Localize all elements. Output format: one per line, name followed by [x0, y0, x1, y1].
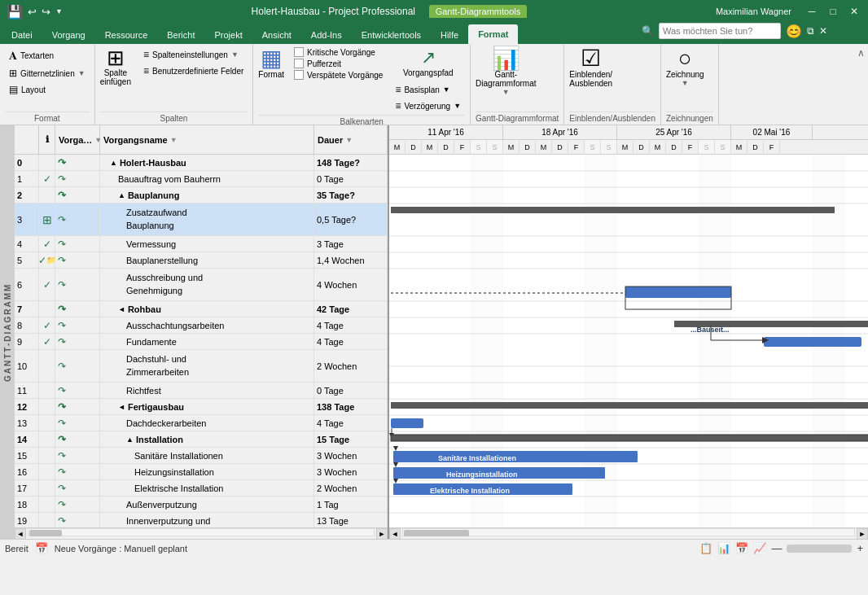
table-row[interactable]: 16 ↷ Heizungsinstallation 3 Wochen	[15, 464, 388, 480]
table-row[interactable]: 7 ↷ ◄Rohbau 42 Tage	[15, 301, 388, 317]
svg-text:Sanitäre Installationen: Sanitäre Installationen	[438, 454, 516, 462]
close2-icon[interactable]: ✕	[819, 25, 827, 37]
timeline-view-icon[interactable]: 📈	[753, 542, 766, 554]
undo-icon[interactable]: ↩	[28, 6, 37, 18]
close-button[interactable]: ✕	[847, 4, 861, 19]
cell-info	[39, 513, 55, 527]
day-cell: M	[731, 140, 747, 155]
svg-rect-34	[764, 337, 861, 347]
table-row[interactable]: 10 ↷ Dachstuhl- undZimmerarbeiten 2 Woch…	[15, 350, 388, 383]
einblenden-icon: ☑	[581, 47, 601, 70]
title-right: Maximilian Wagner ─ □ ✕	[716, 4, 861, 19]
vorgangspfad-btn[interactable]: ↗ Vorgangspfad	[391, 47, 465, 77]
table-row[interactable]: 18 ↷ Außenverputzung 1 Tag	[15, 497, 388, 513]
day-cell: D	[747, 140, 764, 155]
table-row[interactable]: 0 ↷ ▲Holert-Hausbau 148 Tage?	[15, 155, 388, 171]
tab-datei[interactable]: Datei	[2, 26, 42, 44]
table-row[interactable]: 5 ✓📁 ↷ Bauplanerstellung 1,4 Wochen	[15, 252, 388, 269]
pufferzeit-checkbox[interactable]	[294, 59, 304, 68]
cell-info: ⊞	[39, 203, 55, 236]
tab-entwicklertools[interactable]: Entwicklertools	[352, 26, 431, 44]
title-bar: 💾 ↩ ↪ ▼ Holert-Hausbau - Project Profess…	[0, 0, 868, 23]
benutzerdef-button[interactable]: ≡ Benutzerdefinierte Felder	[139, 63, 248, 78]
calendar-view-icon[interactable]: 📅	[735, 542, 748, 554]
gantt-view-icon[interactable]: 📋	[699, 542, 712, 554]
day-cell: F	[568, 140, 585, 155]
tab-projekt[interactable]: Projekt	[205, 26, 252, 44]
table-row[interactable]: 14 ↷ ▲Installation 15 Tage	[15, 431, 388, 448]
gantt-scroll-track[interactable]	[402, 528, 855, 536]
table-row[interactable]: 6 ✓ ↷ Ausschreibung undGenehmigung 4 Woc…	[15, 269, 388, 301]
balkenarten-content: ▦ Format Kritische Vorgänge Pufferzeit V…	[258, 47, 465, 113]
table-row[interactable]: 12 ↷ ◄Fertigausbau 138 Tage	[15, 399, 388, 415]
gitternetzlinien-button[interactable]: ⊞ Gitternetzlinien ▼	[5, 66, 90, 81]
pufferzeit-row[interactable]: Pufferzeit	[294, 59, 383, 68]
format-bar-icon: ▦	[261, 47, 282, 70]
cell-rownum: 18	[15, 497, 39, 512]
gantt-format-btn[interactable]: 📊 Gantt-Diagrammformat ▼	[476, 47, 536, 96]
scroll-left-arrow[interactable]: ◄	[15, 528, 26, 539]
einblenden-btn[interactable]: ☑ Einblenden/Ausblenden	[569, 47, 612, 88]
basisplan-button[interactable]: ≡ Basisplan ▼	[391, 82, 465, 97]
cell-vorgang: ↷	[55, 301, 100, 317]
textarten-button[interactable]: 𝐀 Textarten	[5, 47, 90, 64]
status-bar: Bereit 📅 Neue Vorgänge : Manuell geplant…	[0, 539, 868, 557]
search-input[interactable]	[659, 23, 781, 39]
cell-name: Sanitäre Installationen	[100, 448, 314, 463]
toolbar-dropdown[interactable]: ▼	[55, 7, 63, 15]
svg-rect-24	[391, 207, 835, 213]
table-row[interactable]: 2 ↷ ▲Bauplanung 35 Tage?	[15, 187, 388, 203]
verzoegerung-button[interactable]: ≡ Verzögerung ▼	[391, 98, 465, 113]
window-restore2-icon[interactable]: ⧉	[807, 25, 814, 37]
scroll-right-arrow[interactable]: ►	[376, 528, 388, 539]
resource-view-icon[interactable]: 📊	[717, 542, 730, 554]
tab-ansicht[interactable]: Ansicht	[252, 26, 301, 44]
tab-bericht[interactable]: Bericht	[157, 26, 204, 44]
zoom-out-icon[interactable]: —	[771, 542, 782, 554]
zeichnung-btn[interactable]: ○ Zeichnung ▼	[666, 47, 704, 87]
format-bar-btn[interactable]: ▦ Format	[258, 47, 284, 79]
redo-icon[interactable]: ↪	[42, 6, 50, 18]
cell-info	[39, 464, 55, 479]
restore-button[interactable]: □	[826, 4, 840, 19]
tab-hilfe[interactable]: Hilfe	[431, 26, 468, 44]
table-row[interactable]: 17 ↷ Elektrische Installation 2 Wochen	[15, 480, 388, 497]
table-row[interactable]: 9 ✓ ↷ Fundamente 4 Tage	[15, 334, 388, 350]
app-icon: 💾	[7, 4, 23, 20]
day-cell-weekend: S	[601, 140, 617, 155]
verspaetete-row[interactable]: Verspätete Vorgänge	[294, 70, 383, 80]
table-row[interactable]: 8 ✓ ↷ Ausschachtungsarbeiten 4 Tage	[15, 317, 388, 334]
zoom-in-icon[interactable]: +	[857, 542, 863, 554]
table-row[interactable]: 4 ✓ ↷ Vermessung 3 Tage	[15, 236, 388, 252]
table-row[interactable]: 13 ↷ Dachdeckerarbeiten 4 Tage	[15, 415, 388, 431]
gantt-hscroll[interactable]: ◄ ►	[389, 527, 868, 539]
cell-rownum: 17	[15, 480, 39, 496]
ribbon-group-ganttformat: 📊 Gantt-Diagrammformat ▼ Gantt-Diagrammf…	[471, 44, 564, 125]
collapse-ribbon-btn[interactable]: ∧	[857, 47, 865, 59]
kritische-checkbox[interactable]	[294, 47, 304, 57]
table-row[interactable]: 1 ✓ ↷ Bauauftrag vom Bauherrn 0 Tage	[15, 171, 388, 187]
cell-dauer: 3 Tage	[314, 236, 388, 252]
gantt-scroll-right[interactable]: ►	[857, 528, 868, 539]
zoom-slider[interactable]	[787, 545, 852, 553]
gantt-scroll-left[interactable]: ◄	[389, 528, 401, 539]
cell-dauer: 2 Wochen	[314, 480, 388, 496]
spalte-einfuegen-btn[interactable]: ⊞ Spalteeinfügen	[100, 47, 131, 86]
layout-button[interactable]: ▤ Layout	[5, 82, 90, 97]
kritische-vorgaenge-row[interactable]: Kritische Vorgänge	[294, 47, 383, 57]
table-row[interactable]: 11 ↷ Richtfest 0 Tage	[15, 383, 388, 399]
table-row[interactable]: 19 ↷ Innenverputzung und 13 Tage	[15, 513, 388, 527]
minimize-button[interactable]: ─	[804, 4, 819, 19]
tab-ressource[interactable]: Ressource	[95, 26, 158, 44]
cell-info: ✓	[39, 317, 55, 333]
verspaetete-checkbox[interactable]	[294, 70, 304, 80]
table-row[interactable]: 15 ↷ Sanitäre Installationen 3 Wochen	[15, 448, 388, 464]
scroll-track[interactable]	[28, 528, 375, 536]
spalteneinstellungen-button[interactable]: ≡ Spalteneinstellungen ▼	[139, 47, 248, 62]
tab-vorgang[interactable]: Vorgang	[42, 26, 95, 44]
table-row[interactable]: 3 ⊞ ↷ ZusatzaufwandBauplanung 0,5 Tage?	[15, 203, 388, 236]
tab-format[interactable]: Format	[468, 24, 518, 44]
table-hscroll[interactable]: ◄ ►	[15, 527, 388, 539]
tab-addins[interactable]: Add-Ins	[301, 26, 352, 44]
gantt-dates-top: 11 Apr '16 18 Apr '16 25 Apr '16 02 Mai …	[389, 125, 868, 140]
